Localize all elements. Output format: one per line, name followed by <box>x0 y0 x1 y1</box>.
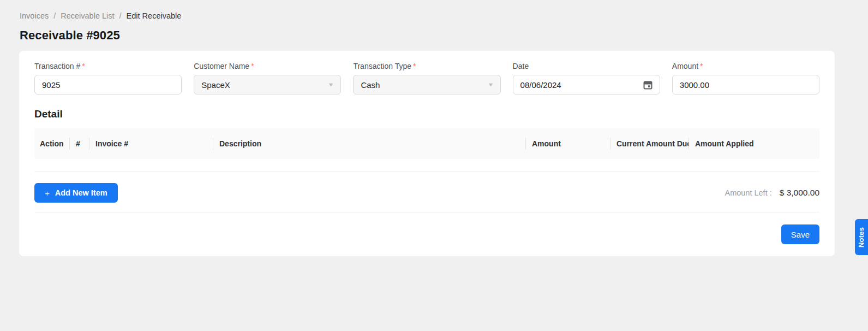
save-row: Save <box>34 212 819 244</box>
field-transaction-number: Transaction #* <box>34 62 182 94</box>
date-input[interactable]: 08/06/2024 <box>513 75 660 94</box>
chevron-down-icon: ▼ <box>487 82 494 87</box>
notes-tab-label: Notes <box>858 227 866 247</box>
field-transaction-type: Transaction Type* Cash ▼ <box>353 62 500 94</box>
column-header-current-amount-due: Current Amount Due <box>610 128 689 159</box>
column-header-amount: Amount <box>525 128 610 159</box>
required-marker: * <box>82 62 85 70</box>
label-text: Transaction # <box>34 62 80 70</box>
breadcrumb-separator: / <box>119 11 122 20</box>
calendar-icon[interactable] <box>643 80 653 90</box>
required-marker: * <box>251 62 254 70</box>
field-customer-name: Customer Name* SpaceX ▼ <box>194 62 341 94</box>
label-text: Customer Name <box>194 62 249 70</box>
add-new-item-button[interactable]: + Add New Item <box>34 183 118 203</box>
transaction-number-input[interactable] <box>34 75 182 94</box>
field-date: Date 08/06/2024 <box>513 62 660 94</box>
breadcrumb-edit-receivable: Edit Receivable <box>127 11 182 20</box>
date-label: Date <box>513 62 660 70</box>
transaction-type-label: Transaction Type* <box>353 62 500 70</box>
column-header-action: Action <box>34 128 69 159</box>
breadcrumb: Invoices / Receivable List / Edit Receiv… <box>20 11 868 20</box>
label-text: Date <box>513 62 529 70</box>
column-header-invoice-number: Invoice # <box>89 128 213 159</box>
page: Invoices / Receivable List / Edit Receiv… <box>0 0 868 256</box>
selected-value: SpaceX <box>201 80 230 90</box>
required-marker: * <box>700 62 703 70</box>
notes-side-tab[interactable]: Notes <box>855 219 868 255</box>
save-button[interactable]: Save <box>781 224 819 244</box>
breadcrumb-receivable-list[interactable]: Receivable List <box>61 11 114 20</box>
column-header-description: Description <box>213 128 525 159</box>
amount-left: Amount Left : $ 3,000.00 <box>725 188 819 198</box>
amount-input[interactable] <box>672 75 819 94</box>
column-header-amount-applied: Amount Applied <box>689 128 819 159</box>
chevron-down-icon: ▼ <box>328 82 334 87</box>
detail-table-header: Action # Invoice # Description Amount Cu… <box>34 128 819 159</box>
customer-name-label: Customer Name* <box>194 62 341 70</box>
detail-table: Action # Invoice # Description Amount Cu… <box>34 128 819 172</box>
selected-value: Cash <box>361 80 380 90</box>
customer-name-select[interactable]: SpaceX ▼ <box>194 75 341 94</box>
page-title: Receivable #9025 <box>20 28 868 43</box>
transaction-type-select[interactable]: Cash ▼ <box>353 75 500 94</box>
amount-left-label: Amount Left : <box>725 188 771 197</box>
items-actions-row: + Add New Item Amount Left : $ 3,000.00 <box>34 183 819 203</box>
label-text: Amount <box>672 62 698 70</box>
form-fields-row: Transaction #* Customer Name* SpaceX ▼ T… <box>34 62 819 94</box>
field-amount: Amount* <box>672 62 819 94</box>
detail-table-empty-body <box>34 159 819 172</box>
detail-heading: Detail <box>34 108 819 120</box>
receivable-form-card: Transaction #* Customer Name* SpaceX ▼ T… <box>19 51 835 256</box>
add-new-item-label: Add New Item <box>55 188 107 197</box>
column-header-number: # <box>69 128 89 159</box>
label-text: Transaction Type <box>353 62 411 70</box>
plus-icon: + <box>45 188 50 198</box>
date-value: 08/06/2024 <box>520 80 561 90</box>
breadcrumb-invoices[interactable]: Invoices <box>20 11 49 20</box>
amount-label: Amount* <box>672 62 819 70</box>
amount-left-value: $ 3,000.00 <box>780 188 819 198</box>
breadcrumb-separator: / <box>53 11 56 20</box>
required-marker: * <box>413 62 416 70</box>
transaction-number-label: Transaction #* <box>34 62 182 70</box>
